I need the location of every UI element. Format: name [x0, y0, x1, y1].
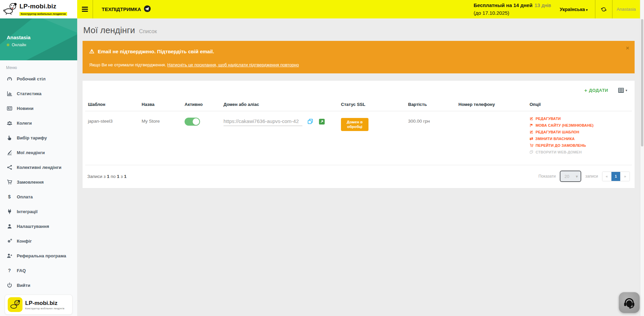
sidebar-item-colleagues[interactable]: Колеги — [0, 116, 77, 130]
logo-tagline: Конструктор мобильных лендингов — [19, 12, 67, 16]
sidebar-item-logout[interactable]: Вийти — [0, 278, 77, 293]
chevron-down-icon: ▾ — [626, 88, 627, 92]
close-icon[interactable]: × — [626, 45, 629, 52]
user-icon — [6, 224, 13, 229]
option-site-language[interactable]: МОВА САЙТУ (НЕЗМІНЮВАНЕ) — [530, 123, 629, 127]
prev-page-button[interactable]: « — [602, 172, 611, 181]
option-change-owner[interactable]: ⇄ ЗМІНИТИ ВЛАСНИКА — [530, 137, 629, 141]
active-toggle[interactable] — [185, 118, 200, 126]
refresh-button[interactable] — [595, 0, 612, 18]
main-content: Мої лендінги Список ⚠ Email не підтвердж… — [77, 18, 640, 316]
alert-title: Email не підтверджено. Підтвердіть свій … — [98, 49, 214, 54]
col-header-name: Назва — [139, 99, 182, 111]
page-title: Мої лендінги — [83, 25, 135, 36]
footer-logo-tagline: Конструктор мобільних лендінгів — [25, 307, 64, 310]
email-confirmation-alert: ⚠ Email не підтверджено. Підтвердіть сві… — [83, 41, 635, 73]
sidebar-item-payment[interactable]: $ Оплата — [0, 189, 77, 204]
sidebar-item-orders[interactable]: Замовлення — [0, 175, 77, 189]
sidebar-item-integrations[interactable]: Інтеграції — [0, 204, 77, 219]
power-icon — [6, 282, 13, 288]
chevron-down-icon: ▾ — [576, 174, 578, 179]
sidebar: Anastasia Онлайн Меню Робочий стіл Стати… — [0, 18, 77, 316]
username-menu[interactable]: Anastasia — [612, 7, 640, 12]
clone-icon — [530, 150, 534, 154]
page-subtitle: Список — [139, 28, 157, 35]
newspaper-icon — [6, 106, 13, 111]
cell-template: japan-steel3 — [85, 111, 139, 165]
add-landing-button[interactable]: + ДОДАТИ — [584, 87, 608, 93]
hamburger-menu-button[interactable] — [77, 0, 93, 18]
records-summary: Записи з 1 по 1 з 1 — [87, 174, 127, 179]
headset-icon — [623, 296, 636, 309]
scrollbar-thumb[interactable] — [641, 19, 643, 146]
plug-icon — [6, 209, 13, 214]
sidebar-footer-logo[interactable]: LP-mobi.biz Конструктор мобільних лендін… — [5, 295, 72, 315]
option-edit-template[interactable]: РЕДАГУВАТИ ШАБЛОН — [530, 130, 629, 134]
sidebar-user-name: Anastasia — [7, 35, 77, 40]
option-edit[interactable]: РЕДАГУВАТИ — [530, 117, 629, 121]
row-options: РЕДАГУВАТИ МОВА САЙТУ (НЕЗМІНЮВАНЕ) РЕДА… — [530, 117, 629, 154]
telegram-icon[interactable] — [144, 5, 151, 13]
plus-icon: + — [584, 87, 587, 93]
sidebar-user-status: Онлайн — [12, 43, 26, 47]
warning-icon: ⚠ — [89, 48, 94, 55]
sidebar-item-settings[interactable]: Налаштування — [0, 219, 77, 234]
alert-text: Якщо Ви не отримали підтвердження. — [89, 62, 167, 67]
user-plus-icon — [6, 253, 13, 259]
landings-table: Шаблон Назва Активно Домен або аліас Ста… — [85, 99, 632, 165]
bar-chart-icon — [6, 91, 13, 97]
topbar-divider — [93, 0, 93, 18]
landing-pen-icon — [6, 150, 13, 155]
vertical-scrollbar[interactable] — [640, 0, 644, 316]
option-go-to-orders[interactable]: ПЕРЕЙТИ ДО ЗАМОВЛЕНЬ — [530, 143, 629, 147]
sidebar-item-my-landings[interactable]: Мої лендінги — [0, 145, 77, 160]
external-link-icon[interactable] — [319, 119, 325, 125]
sidebar-item-dashboard[interactable]: Робочий стіл — [0, 71, 77, 86]
question-icon: ? — [6, 268, 13, 273]
resend-confirmation-link[interactable]: Натисніть це посилання, щоб надіслати пі… — [167, 62, 299, 67]
plan-name: Бесплатный на 14 дней — [474, 2, 532, 8]
footer-logo-title: LP-mobi.biz — [25, 300, 64, 307]
plan-days-left: 13 днів — [535, 2, 551, 8]
app-logo[interactable]: LP-mobi.biz Конструктор мобильных лендин… — [0, 0, 77, 18]
cart-icon — [6, 179, 13, 185]
columns-toggle-button[interactable]: ▾ — [618, 88, 627, 93]
hand-pointer-icon — [6, 135, 13, 141]
cell-price: 300.00 грн — [405, 111, 456, 165]
users-icon — [6, 120, 13, 126]
landings-card: + ДОДАТИ ▾ Шаблон Назва Активно Домен аб… — [83, 81, 635, 188]
sidebar-item-faq[interactable]: ? FAQ — [0, 263, 77, 278]
top-navbar: ТЕХПІДТРИМКА Бесплатный на 14 дней13 дні… — [77, 0, 640, 18]
records-label: записи — [585, 174, 598, 179]
refresh-icon — [600, 6, 607, 13]
language-selector[interactable]: Українська▾ — [560, 7, 588, 12]
support-chat-button[interactable] — [619, 292, 640, 313]
sidebar-user-panel: Anastasia Онлайн — [0, 18, 77, 60]
table-row: japan-steel3 My Store — [85, 111, 632, 165]
language-icon — [530, 123, 534, 127]
sidebar-item-referral[interactable]: Реферальна програма — [0, 248, 77, 263]
domain-input[interactable] — [224, 117, 302, 126]
col-header-phone: Номер телефону — [456, 99, 527, 111]
per-page-select[interactable]: 20 ▾ — [560, 171, 581, 182]
edit-icon — [530, 130, 534, 134]
dashboard-icon — [6, 76, 13, 82]
copy-icon[interactable] — [307, 119, 314, 125]
page-button-1[interactable]: 1 — [611, 172, 621, 181]
online-status-dot — [7, 44, 9, 46]
cart-icon — [530, 143, 534, 147]
tech-support-link[interactable]: ТЕХПІДТРИМКА — [102, 5, 151, 13]
sidebar-item-tariff[interactable]: Вибір тарифу — [0, 130, 77, 145]
sidebar-item-collective-landings[interactable]: Колективні лендінги — [0, 160, 77, 175]
col-header-domain: Домен або аліас — [221, 99, 338, 111]
sidebar-item-news[interactable]: Новини — [0, 101, 77, 116]
col-header-template: Шаблон — [85, 99, 139, 111]
col-header-ssl: Статус SSL — [338, 99, 405, 111]
option-create-web-domain: СТВОРИТИ WEB-ДОМЕН — [530, 150, 629, 154]
share-icon — [6, 165, 13, 170]
grid-icon — [618, 88, 624, 93]
sidebar-item-statistics[interactable]: Статистика — [0, 86, 77, 101]
sidebar-item-config[interactable]: Конфіг — [0, 234, 77, 248]
col-header-options: Опції — [527, 99, 632, 111]
next-page-button[interactable]: » — [621, 172, 630, 181]
